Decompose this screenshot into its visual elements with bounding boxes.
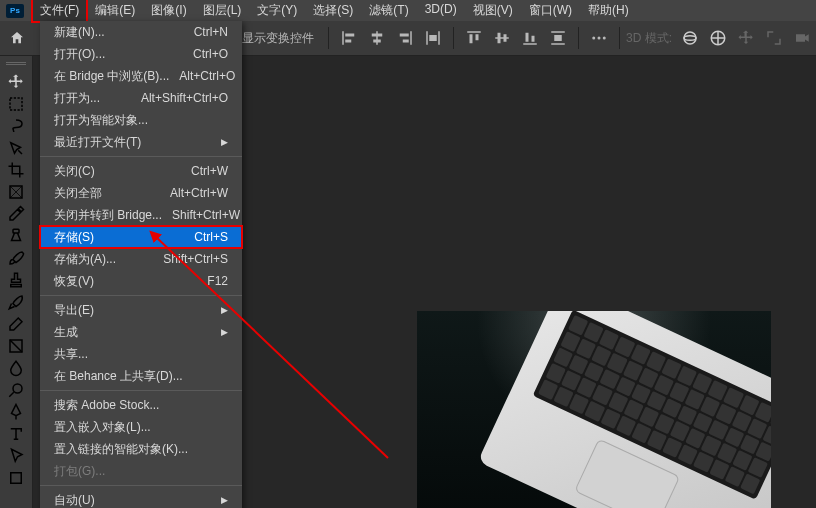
- menu-item[interactable]: 生成▶: [40, 321, 242, 343]
- menu-item[interactable]: 存储(S)Ctrl+S: [40, 226, 242, 248]
- menu-item[interactable]: 关闭并转到 Bridge...Shift+Ctrl+W: [40, 204, 242, 226]
- menu-图层l[interactable]: 图层(L): [195, 0, 250, 22]
- menu-item-shortcut: Alt+Ctrl+O: [169, 69, 235, 83]
- more-icon[interactable]: [590, 29, 608, 47]
- menu-滤镜t[interactable]: 滤镜(T): [361, 0, 416, 22]
- svg-point-3: [684, 32, 696, 44]
- camera-3d-icon: [793, 29, 811, 47]
- move-tool[interactable]: [2, 71, 30, 93]
- crop-tool[interactable]: [2, 159, 30, 181]
- file-menu-dropdown: 新建(N)...Ctrl+N打开(O)...Ctrl+O在 Bridge 中浏览…: [40, 21, 242, 508]
- transform-controls-label: 显示变换控件: [242, 30, 314, 47]
- tools-panel: [0, 56, 33, 508]
- eyedropper-tool[interactable]: [2, 203, 30, 225]
- menu-item[interactable]: 自动(U)▶: [40, 489, 242, 508]
- menu-item-label: 恢复(V): [54, 273, 197, 290]
- menu-item-label: 生成: [54, 324, 211, 341]
- type-tool[interactable]: [2, 423, 30, 445]
- menu-图像i[interactable]: 图像(I): [143, 0, 194, 22]
- menu-separator: [40, 390, 242, 391]
- menu-item[interactable]: 打开为...Alt+Shift+Ctrl+O: [40, 87, 242, 109]
- menu-item[interactable]: 置入链接的智能对象(K)...: [40, 438, 242, 460]
- document-canvas[interactable]: [417, 311, 771, 508]
- dodge-tool[interactable]: [2, 379, 30, 401]
- menu-item[interactable]: 搜索 Adobe Stock...: [40, 394, 242, 416]
- scale-3d-icon: [765, 29, 783, 47]
- frame-tool[interactable]: [2, 181, 30, 203]
- menu-文件f[interactable]: 文件(F): [32, 0, 87, 22]
- menu-item[interactable]: 新建(N)...Ctrl+N: [40, 21, 242, 43]
- submenu-arrow-icon: ▶: [211, 305, 228, 315]
- panel-grip[interactable]: [6, 62, 26, 65]
- menu-item[interactable]: 打开为智能对象...: [40, 109, 242, 131]
- quick-select-tool[interactable]: [2, 137, 30, 159]
- menu-item-label: 置入链接的智能对象(K)...: [54, 441, 228, 458]
- gradient-tool[interactable]: [2, 335, 30, 357]
- align-left-icon[interactable]: [340, 29, 358, 47]
- submenu-arrow-icon: ▶: [211, 137, 228, 147]
- menu-item-shortcut: Alt+Ctrl+W: [160, 186, 228, 200]
- menu-item[interactable]: 恢复(V)F12: [40, 270, 242, 292]
- menu-item[interactable]: 关闭(C)Ctrl+W: [40, 160, 242, 182]
- menu-item-label: 置入嵌入对象(L)...: [54, 419, 228, 436]
- menu-separator: [40, 295, 242, 296]
- menu-item[interactable]: 共享...: [40, 343, 242, 365]
- distribute-icon[interactable]: [549, 29, 567, 47]
- menu-item[interactable]: 导出(E)▶: [40, 299, 242, 321]
- submenu-arrow-icon: ▶: [211, 327, 228, 337]
- menu-item-shortcut: Shift+Ctrl+S: [153, 252, 228, 266]
- align-middle-icon[interactable]: [493, 29, 511, 47]
- menu-item-label: 新建(N)...: [54, 24, 184, 41]
- 3d-mode-label: 3D 模式:: [626, 30, 672, 47]
- menu-item[interactable]: 最近打开文件(T)▶: [40, 131, 242, 153]
- healing-tool[interactable]: [2, 225, 30, 247]
- svg-point-0: [592, 37, 595, 40]
- menu-item[interactable]: 关闭全部Alt+Ctrl+W: [40, 182, 242, 204]
- menu-3dd[interactable]: 3D(D): [417, 0, 465, 22]
- lasso-tool[interactable]: [2, 115, 30, 137]
- menu-编辑e[interactable]: 编辑(E): [87, 0, 143, 22]
- menu-item-label: 关闭全部: [54, 185, 160, 202]
- align-bottom-icon[interactable]: [521, 29, 539, 47]
- menu-帮助h[interactable]: 帮助(H): [580, 0, 637, 22]
- menu-视图v[interactable]: 视图(V): [465, 0, 521, 22]
- align-stretch-icon[interactable]: [424, 29, 442, 47]
- svg-rect-8: [13, 229, 19, 233]
- pen-tool[interactable]: [2, 401, 30, 423]
- menu-item-label: 关闭并转到 Bridge...: [54, 207, 162, 224]
- separator: [453, 27, 454, 49]
- menu-item[interactable]: 在 Bridge 中浏览(B)...Alt+Ctrl+O: [40, 65, 242, 87]
- menu-item-shortcut: Alt+Shift+Ctrl+O: [131, 91, 228, 105]
- align-center-h-icon[interactable]: [368, 29, 386, 47]
- stamp-tool[interactable]: [2, 269, 30, 291]
- align-right-icon[interactable]: [396, 29, 414, 47]
- menu-separator: [40, 156, 242, 157]
- menu-item-label: 在 Bridge 中浏览(B)...: [54, 68, 169, 85]
- menu-item[interactable]: 置入嵌入对象(L)...: [40, 416, 242, 438]
- app-logo: Ps: [6, 4, 24, 18]
- menu-文字y[interactable]: 文字(Y): [249, 0, 305, 22]
- submenu-arrow-icon: ▶: [211, 495, 228, 505]
- menu-item-shortcut: Ctrl+S: [184, 230, 228, 244]
- home-icon[interactable]: [8, 30, 26, 46]
- menu-item[interactable]: 打开(O)...Ctrl+O: [40, 43, 242, 65]
- align-top-icon[interactable]: [465, 29, 483, 47]
- history-brush-tool[interactable]: [2, 291, 30, 313]
- marquee-tool[interactable]: [2, 93, 30, 115]
- blur-tool[interactable]: [2, 357, 30, 379]
- menu-item-label: 自动(U): [54, 492, 211, 509]
- shape-tool[interactable]: [2, 467, 30, 489]
- menu-item-label: 打包(G)...: [54, 463, 228, 480]
- menu-选择s[interactable]: 选择(S): [305, 0, 361, 22]
- menu-item: 打包(G)...: [40, 460, 242, 482]
- eraser-tool[interactable]: [2, 313, 30, 335]
- menu-item-label: 存储为(A)...: [54, 251, 153, 268]
- menu-item-label: 存储(S): [54, 229, 184, 246]
- menu-item-label: 搜索 Adobe Stock...: [54, 397, 228, 414]
- path-select-tool[interactable]: [2, 445, 30, 467]
- menu-item[interactable]: 在 Behance 上共享(D)...: [40, 365, 242, 387]
- brush-tool[interactable]: [2, 247, 30, 269]
- menu-item[interactable]: 存储为(A)...Shift+Ctrl+S: [40, 248, 242, 270]
- menu-窗口w[interactable]: 窗口(W): [521, 0, 580, 22]
- menu-item-shortcut: Ctrl+N: [184, 25, 228, 39]
